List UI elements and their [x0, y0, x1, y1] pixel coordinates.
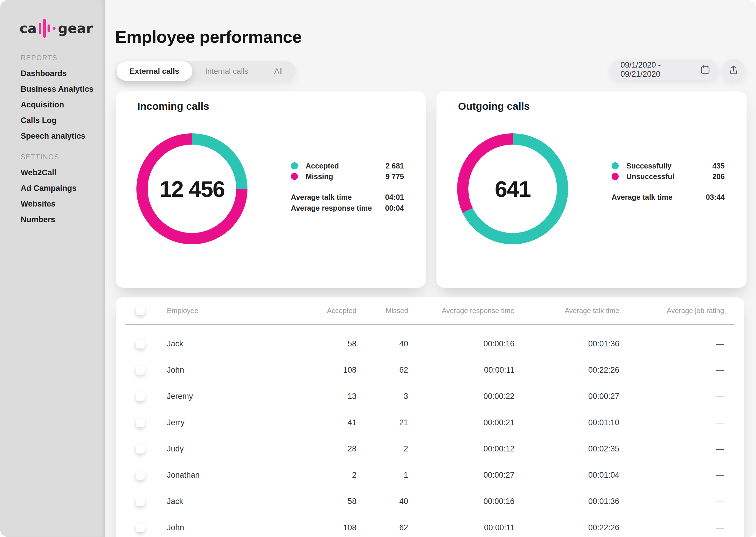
legend-value: 2 681 — [385, 162, 404, 170]
cell-avg-job-rating: — — [619, 339, 724, 349]
cell-avg-job-rating: — — [619, 392, 724, 401]
legend-value: 435 — [712, 162, 725, 170]
cell-employee: Jack — [167, 497, 309, 506]
app-window: ca gear REPORTSDashboardsBusiness Analyt… — [0, 0, 756, 537]
metric-label: Average talk time — [291, 193, 352, 201]
row-checkbox[interactable] — [136, 445, 145, 453]
date-range-picker[interactable]: 09/1/2020 - 09/21/2020 — [610, 60, 718, 80]
cell-avg-talk-time: 00:01:36 — [514, 497, 619, 506]
cell-missed: 40 — [356, 497, 408, 506]
sidebar: ca gear REPORTSDashboardsBusiness Analyt… — [0, 0, 105, 537]
incoming-calls-card: Incoming calls 12 456 Accepted2 681Missi… — [116, 92, 426, 288]
cell-missed: 3 — [356, 392, 408, 401]
tab-bar: External callsInternal callsAll — [117, 62, 296, 81]
chart-metrics: Average talk time04:01Average response t… — [291, 192, 404, 214]
cell-employee: Judy — [167, 444, 309, 453]
cell-avg-response-time: 00:00:22 — [408, 392, 514, 401]
table-row: John1086200:00:1100:22:26— — [116, 357, 744, 383]
cell-accepted: 108 — [309, 366, 356, 375]
legend-row-successfully: Successfully435 — [612, 160, 725, 171]
sidebar-item-numbers[interactable]: Numbers — [21, 212, 98, 227]
cell-employee: John — [167, 523, 309, 532]
metric-value: 04:01 — [385, 193, 404, 201]
nav-section-label: REPORTS — [21, 50, 98, 66]
cell-avg-talk-time: 00:00:27 — [514, 392, 619, 401]
cell-employee: Jerry — [167, 418, 309, 427]
legend-dot-icon — [612, 162, 619, 169]
cell-avg-talk-time: 00:01:36 — [514, 339, 619, 349]
cell-avg-response-time: 00:00:11 — [408, 523, 514, 532]
cell-avg-job-rating: — — [619, 366, 724, 375]
row-checkbox[interactable] — [136, 523, 145, 532]
select-all-checkbox[interactable] — [136, 306, 145, 315]
tab-external-calls[interactable]: External calls — [117, 62, 192, 81]
table-row: Jack584000:00:1600:01:36— — [116, 488, 744, 515]
cell-avg-response-time: 00:00:27 — [408, 471, 514, 480]
cell-avg-response-time: 00:00:16 — [408, 497, 514, 506]
table-header-row: EmployeeAcceptedMissedAverage response t… — [116, 297, 744, 324]
cell-employee: Jeremy — [167, 392, 309, 401]
export-button[interactable] — [723, 59, 744, 81]
row-checkbox-cell — [136, 392, 167, 401]
cell-avg-job-rating: — — [619, 523, 724, 532]
table-row: Jeremy13300:00:2200:00:27— — [116, 383, 744, 410]
cell-accepted: 58 — [309, 339, 356, 349]
callgear-logo[interactable]: ca gear — [20, 19, 93, 38]
outgoing-calls-donut-chart: 641 — [457, 133, 568, 244]
card-title: Outgoing calls — [458, 100, 530, 112]
logo-text-ca: ca — [20, 21, 37, 36]
legend-label: Successfully — [626, 162, 672, 170]
card-title: Incoming calls — [137, 100, 209, 112]
sidebar-item-acquisition[interactable]: Acquisition — [21, 97, 98, 113]
sidebar-item-web2call[interactable]: Web2Call — [21, 165, 98, 181]
cell-missed: 62 — [356, 523, 408, 532]
cell-missed: 2 — [356, 444, 408, 453]
row-checkbox-cell — [136, 445, 167, 453]
tab-internal-calls[interactable]: Internal calls — [192, 62, 261, 81]
sidebar-item-business-analytics[interactable]: Business Analytics — [21, 81, 98, 97]
cell-accepted: 13 — [309, 392, 356, 401]
row-checkbox[interactable] — [136, 471, 145, 480]
cell-missed: 40 — [356, 339, 408, 349]
legend-value: 9 775 — [385, 172, 404, 181]
row-checkbox[interactable] — [136, 392, 145, 401]
nav-section-label: SETTINGS — [21, 149, 98, 165]
legend-dot-icon — [612, 173, 619, 180]
sidebar-item-ad-campaings[interactable]: Ad Campaings — [21, 181, 98, 196]
row-checkbox[interactable] — [136, 497, 145, 506]
sidebar-item-speech-analytics[interactable]: Speech analytics — [21, 128, 98, 144]
sidebar-nav: REPORTSDashboardsBusiness AnalyticsAcqui… — [21, 50, 98, 233]
column-header-average-job-rating: Average job rating — [619, 307, 724, 315]
sidebar-item-calls-log[interactable]: Calls Log — [21, 113, 98, 128]
sidebar-item-websites[interactable]: Websites — [21, 196, 98, 212]
logo-soundwave-icon — [39, 19, 50, 38]
cell-avg-talk-time: 00:22:26 — [514, 523, 619, 532]
calendar-icon — [700, 64, 711, 75]
column-header-missed: Missed — [356, 307, 408, 315]
metric-average-talk-time: Average talk time03:44 — [612, 192, 725, 203]
cell-avg-response-time: 00:00:11 — [408, 366, 514, 375]
row-checkbox-cell — [136, 366, 167, 375]
row-checkbox[interactable] — [136, 366, 145, 375]
legend-row-accepted: Accepted2 681 — [291, 160, 404, 171]
sidebar-item-dashboards[interactable]: Dashboards — [21, 66, 98, 81]
tab-all[interactable]: All — [261, 62, 296, 81]
cell-avg-response-time: 00:00:21 — [408, 418, 514, 427]
metric-average-response-time: Average response time00:04 — [291, 203, 404, 214]
chart-metrics: Average talk time03:44 — [612, 192, 725, 203]
column-header-average-talk-time: Average talk time — [514, 307, 619, 315]
cell-employee: Jonathan — [167, 471, 309, 480]
table-row: Jack584000:00:1600:01:36— — [116, 331, 744, 357]
legend-row-missing: Missing9 775 — [291, 171, 404, 182]
row-checkbox[interactable] — [136, 340, 145, 349]
chart-legend: Successfully435Unsuccessful206 — [612, 160, 725, 182]
cell-avg-job-rating: — — [619, 444, 724, 453]
cell-accepted: 2 — [309, 471, 356, 480]
date-range-text: 09/1/2020 - 09/21/2020 — [620, 61, 700, 79]
row-checkbox[interactable] — [136, 418, 145, 427]
metric-value: 00:04 — [385, 204, 404, 212]
chart-legend: Accepted2 681Missing9 775 — [291, 160, 404, 182]
cell-avg-response-time: 00:00:12 — [408, 444, 514, 453]
cell-employee: Jack — [167, 339, 309, 349]
page-title: Employee performance — [115, 27, 301, 47]
